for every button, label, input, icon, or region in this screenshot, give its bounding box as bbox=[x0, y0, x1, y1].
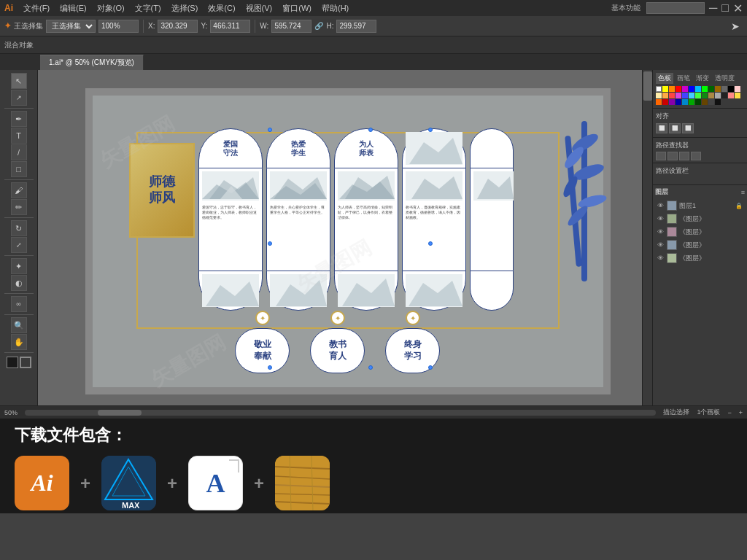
scale-tool[interactable]: ⤢ bbox=[11, 237, 27, 253]
tab-transparency[interactable]: 透明度 bbox=[713, 73, 737, 84]
document-tab[interactable]: 1.ai* @ 50% (CMYK/预览) bbox=[40, 55, 144, 70]
menu-type[interactable]: 文字(T) bbox=[131, 1, 166, 15]
menu-select[interactable]: 选择(S) bbox=[167, 1, 203, 15]
blend-tool[interactable]: ∞ bbox=[11, 296, 27, 312]
swatch-brown[interactable] bbox=[715, 86, 721, 92]
layer-item-1[interactable]: 👁 图层1 🔒 bbox=[655, 199, 745, 212]
swatch-white[interactable] bbox=[656, 86, 662, 92]
swatch-r11[interactable] bbox=[708, 99, 714, 105]
swatch-r4[interactable] bbox=[662, 99, 668, 105]
layer-item-3[interactable]: 👁 《图层》 bbox=[655, 225, 745, 238]
layer-item-4[interactable]: 👁 《图层》 bbox=[655, 238, 745, 252]
w-label: W: bbox=[260, 22, 268, 30]
swatch-green[interactable] bbox=[702, 86, 708, 92]
sel-handle-tc bbox=[368, 128, 373, 132]
h-input[interactable] bbox=[336, 20, 376, 33]
pencil-tool[interactable]: ✏ bbox=[11, 199, 27, 215]
swatch-lightblue[interactable] bbox=[695, 86, 701, 92]
swatch-r1[interactable] bbox=[728, 93, 734, 98]
swatch-5[interactable] bbox=[676, 93, 681, 98]
close-button[interactable]: ✕ bbox=[733, 1, 743, 15]
zoom-tool[interactable]: 🔍 bbox=[11, 317, 27, 333]
swatch-r10[interactable] bbox=[702, 99, 708, 105]
swatch-purple[interactable] bbox=[682, 86, 688, 92]
search-input[interactable] bbox=[646, 2, 705, 14]
pf-btn-1[interactable] bbox=[656, 152, 666, 160]
swatch-yellow[interactable] bbox=[662, 86, 668, 92]
y-input[interactable] bbox=[210, 20, 250, 33]
tab-brush[interactable]: 画笔 bbox=[675, 73, 692, 84]
tab-color[interactable]: 色板 bbox=[656, 73, 673, 84]
swatch-10[interactable] bbox=[708, 93, 714, 98]
swatch-black[interactable] bbox=[728, 86, 734, 92]
fill-color[interactable] bbox=[7, 357, 18, 368]
swatch-r12[interactable] bbox=[715, 99, 721, 105]
h-scrollbar-thumb[interactable] bbox=[98, 410, 142, 416]
h-scrollbar-track[interactable] bbox=[25, 410, 656, 416]
card-2-bottom bbox=[266, 271, 330, 311]
swatch-12[interactable] bbox=[721, 93, 727, 98]
menu-view[interactable]: 视图(V) bbox=[241, 1, 277, 15]
scrollbar-thumb[interactable] bbox=[643, 71, 652, 101]
zoom-in-btn[interactable]: + bbox=[739, 409, 743, 416]
layer-item-5[interactable]: 👁 《图层》 bbox=[655, 252, 745, 265]
tab-gradient[interactable]: 渐变 bbox=[694, 73, 711, 84]
swatch-2[interactable] bbox=[656, 93, 662, 98]
w-input[interactable] bbox=[271, 20, 311, 33]
x-input[interactable] bbox=[158, 20, 198, 33]
zoom-input[interactable] bbox=[98, 20, 139, 33]
swatch-r5[interactable] bbox=[669, 99, 675, 105]
select-tool[interactable]: ↖ bbox=[11, 73, 27, 89]
swatch-gray[interactable] bbox=[721, 86, 727, 92]
gradient-tool[interactable]: ◐ bbox=[11, 275, 27, 291]
swatch-8[interactable] bbox=[695, 93, 701, 98]
swatch-11[interactable] bbox=[715, 93, 721, 98]
swatch-orange[interactable] bbox=[669, 86, 675, 92]
rotate-tool[interactable]: ↻ bbox=[11, 220, 27, 236]
line-tool[interactable]: / bbox=[11, 144, 27, 160]
pf-btn-3[interactable] bbox=[679, 152, 689, 160]
rect-tool[interactable]: □ bbox=[11, 161, 27, 177]
swatch-r6[interactable] bbox=[676, 99, 681, 105]
menu-help[interactable]: 帮助(H) bbox=[317, 1, 353, 15]
swatch-blue[interactable] bbox=[689, 86, 694, 92]
swatch-r8[interactable] bbox=[689, 99, 694, 105]
swatch-r2[interactable] bbox=[735, 93, 740, 98]
menu-file[interactable]: 文件(F) bbox=[19, 1, 54, 15]
pf-btn-2[interactable] bbox=[667, 152, 678, 160]
hand-tool[interactable]: ✋ bbox=[11, 334, 27, 350]
eyedropper-tool[interactable]: ✦ bbox=[11, 258, 27, 274]
selection-dropdown[interactable]: 王选择集 bbox=[46, 20, 96, 33]
layers-options-icon[interactable]: ≡ bbox=[741, 189, 745, 196]
swatch-1[interactable] bbox=[735, 86, 740, 92]
paintbrush-tool[interactable]: 🖌 bbox=[11, 182, 27, 198]
swatch-r3[interactable] bbox=[656, 99, 662, 105]
swatch-4[interactable] bbox=[669, 93, 675, 98]
scrollbar-vertical[interactable] bbox=[642, 70, 652, 405]
align-left-btn[interactable]: ⬜ bbox=[656, 123, 667, 133]
menu-object[interactable]: 对象(O) bbox=[93, 1, 129, 15]
text-tool[interactable]: T bbox=[11, 128, 27, 144]
layer-item-2[interactable]: 👁 《图层》 bbox=[655, 212, 745, 225]
stroke-color[interactable] bbox=[20, 357, 31, 368]
align-right-btn[interactable]: ⬜ bbox=[682, 123, 694, 133]
align-center-btn[interactable]: ⬜ bbox=[669, 123, 681, 133]
swatch-6[interactable] bbox=[682, 93, 688, 98]
maximize-button[interactable]: □ bbox=[721, 1, 729, 15]
swatch-9[interactable] bbox=[702, 93, 708, 98]
swatch-7[interactable] bbox=[689, 93, 694, 98]
swatch-r7[interactable] bbox=[682, 99, 688, 105]
pf-btn-4[interactable] bbox=[691, 152, 701, 160]
swatch-red[interactable] bbox=[676, 86, 681, 92]
minimize-button[interactable]: ─ bbox=[709, 1, 717, 15]
menu-window[interactable]: 窗口(W) bbox=[278, 1, 316, 15]
horizontal-scrollbar[interactable]: 50% 描边选择 1个画板 − + bbox=[0, 405, 747, 419]
menu-effect[interactable]: 效果(C) bbox=[204, 1, 239, 15]
pen-tool[interactable]: ✒ bbox=[11, 111, 27, 127]
swatch-r9[interactable] bbox=[695, 99, 701, 105]
zoom-out-btn[interactable]: − bbox=[727, 409, 731, 416]
direct-select-tool[interactable]: ↗ bbox=[11, 90, 27, 106]
menu-edit[interactable]: 编辑(E) bbox=[55, 1, 91, 15]
swatch-3[interactable] bbox=[662, 93, 668, 98]
swatch-darkgreen[interactable] bbox=[708, 86, 714, 92]
